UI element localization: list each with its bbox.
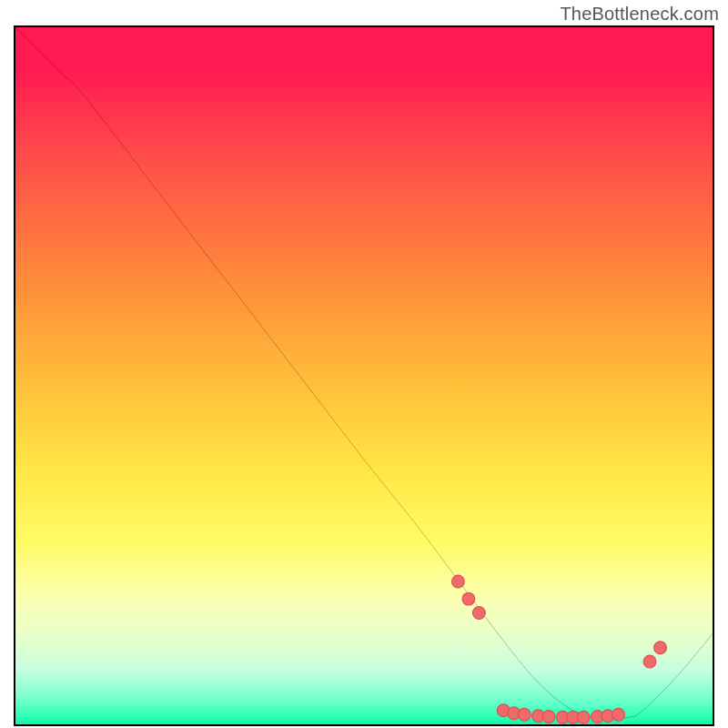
highlight-marker (643, 655, 656, 668)
highlight-marker (518, 708, 531, 721)
highlight-marker (452, 575, 465, 588)
chart-plot-area (14, 25, 714, 726)
attribution-text: TheBottleneck.com (560, 4, 719, 25)
highlight-marker (612, 708, 625, 721)
highlight-marker (472, 607, 485, 620)
chart-svg (15, 27, 713, 724)
highlight-marker (542, 711, 555, 723)
bottleneck-curve-path (15, 27, 713, 718)
highlight-marker (577, 711, 590, 723)
highlight-marker (654, 642, 667, 654)
highlight-marker (462, 592, 475, 605)
